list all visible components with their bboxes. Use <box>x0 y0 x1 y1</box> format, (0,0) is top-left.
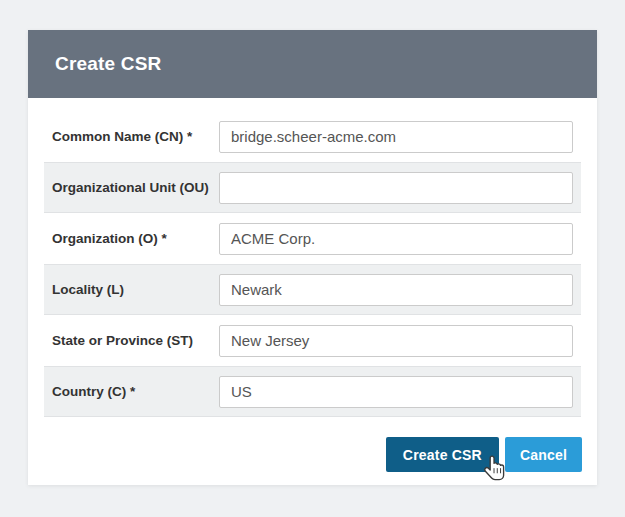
cancel-button[interactable]: Cancel <box>505 437 582 472</box>
create-csr-button[interactable]: Create CSR <box>386 437 499 472</box>
locality-input[interactable] <box>219 274 573 306</box>
field-row-organizational-unit: Organizational Unit (OU) <box>44 162 581 213</box>
common-name-input[interactable] <box>219 121 573 153</box>
organization-label: Organization (O) * <box>52 231 219 246</box>
field-row-state-or-province: State or Province (ST) <box>44 315 581 366</box>
dialog-footer: Create CSR Cancel <box>28 417 597 485</box>
field-row-organization: Organization (O) * <box>44 213 581 264</box>
country-input[interactable] <box>219 376 573 408</box>
state-or-province-label: State or Province (ST) <box>52 333 219 348</box>
organizational-unit-label: Organizational Unit (OU) <box>52 180 219 195</box>
organization-input[interactable] <box>219 223 573 255</box>
dialog-title: Create CSR <box>55 53 162 75</box>
state-or-province-input[interactable] <box>219 325 573 357</box>
locality-label: Locality (L) <box>52 282 219 297</box>
csr-form: Common Name (CN) * Organizational Unit (… <box>28 98 597 417</box>
create-csr-dialog: Create CSR Common Name (CN) * Organizati… <box>28 30 597 485</box>
field-row-country: Country (C) * <box>44 366 581 417</box>
organizational-unit-input[interactable] <box>219 172 573 204</box>
dialog-header: Create CSR <box>28 30 597 98</box>
field-row-locality: Locality (L) <box>44 264 581 315</box>
common-name-label: Common Name (CN) * <box>52 129 219 144</box>
country-label: Country (C) * <box>52 384 219 399</box>
field-row-common-name: Common Name (CN) * <box>44 111 581 162</box>
